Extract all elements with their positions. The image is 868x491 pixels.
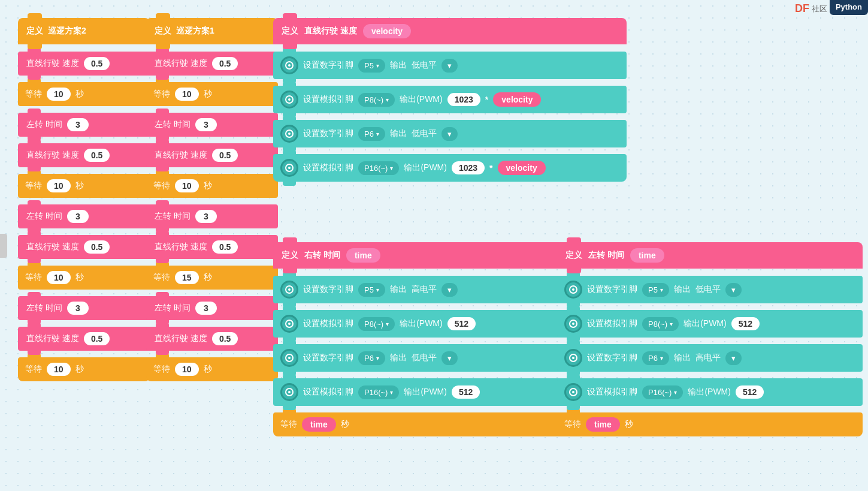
rt-level-low-dropdown[interactable]: ▾ bbox=[441, 351, 458, 365]
action-digital-p5-1: 设置数字引脚 P5▾ 输出 低电平 ▾ bbox=[273, 52, 627, 79]
move-block-2: 直线行驶 速度 0.5 bbox=[18, 143, 150, 167]
value-3-3[interactable]: 3 bbox=[67, 302, 89, 315]
rt-pin-p16-dropdown[interactable]: P16(~)▾ bbox=[358, 385, 399, 399]
motor-icon-4 bbox=[280, 159, 298, 177]
group-left-turn: 定义 左转 时间 time 设置数字引脚 P5▾ 输出 低电平 ▾ 设置模拟引脚… bbox=[557, 242, 863, 436]
header-define-label: 定义 bbox=[26, 26, 43, 37]
header-straight: 定义 直线行驶 速度 velocity bbox=[273, 18, 627, 44]
value-0.5-2[interactable]: 0.5 bbox=[84, 149, 110, 162]
p1-val-10-4[interactable]: 10 bbox=[175, 363, 199, 376]
p1-wait-3: 等待 15 秒 bbox=[146, 266, 278, 290]
p1-val-0.5-1[interactable]: 0.5 bbox=[212, 57, 238, 70]
lt-value-512-2[interactable]: 512 bbox=[736, 385, 764, 399]
lt-motor-icon-1 bbox=[564, 281, 582, 299]
lt-pin-p8-dropdown[interactable]: P8(~)▾ bbox=[642, 317, 679, 331]
value-0.5-3[interactable]: 0.5 bbox=[84, 240, 110, 254]
level-low-2-dropdown[interactable]: ▾ bbox=[441, 127, 458, 141]
move-block-3: 直线行驶 速度 0.5 bbox=[18, 235, 150, 259]
svg-point-11 bbox=[288, 323, 291, 325]
lt-pin-p6-dropdown[interactable]: P6▾ bbox=[642, 351, 669, 365]
value-0.5-1[interactable]: 0.5 bbox=[84, 57, 110, 70]
lt-motor-icon-3 bbox=[564, 349, 582, 367]
move-block-1: 直线行驶 速度 0.5 bbox=[18, 52, 150, 76]
value-1023-1[interactable]: 1023 bbox=[447, 93, 480, 106]
value-0.5-4[interactable]: 0.5 bbox=[84, 332, 110, 345]
brand-community-label: 社区 bbox=[812, 0, 827, 14]
p1-val-10-2[interactable]: 10 bbox=[175, 179, 199, 192]
p1-turn-3: 左转 时间 3 bbox=[146, 296, 278, 320]
value-10-3[interactable]: 10 bbox=[47, 271, 71, 284]
value-10-1[interactable]: 10 bbox=[47, 88, 71, 101]
brand-corner: DF 社区 Python bbox=[795, 0, 868, 15]
group-right-turn: 定义 右转 时间 time 设置数字引脚 P5▾ 输出 高电平 ▾ 设置模拟引脚… bbox=[273, 242, 597, 436]
rt-action-analog-p16: 设置模拟引脚 P16(~)▾ 输出(PWM) 512 bbox=[273, 378, 597, 406]
p1-move-1: 直线行驶 速度 0.5 bbox=[146, 52, 278, 76]
level-low-1-dropdown[interactable]: ▾ bbox=[441, 59, 458, 73]
group-patrol2: 定义 巡逻方案2 直线行驶 速度 0.5 等待 10 秒 左转 时间 3 直线行… bbox=[18, 18, 150, 381]
lt-wait-time: 等待 time 秒 bbox=[557, 412, 863, 436]
rt-value-512-2[interactable]: 512 bbox=[452, 385, 480, 399]
header-patrol2: 定义 巡逻方案2 bbox=[18, 18, 150, 44]
turn-block-1: 左转 时间 3 bbox=[18, 113, 150, 137]
header-patrol2-name: 巡逻方案2 bbox=[48, 26, 86, 37]
rt-time-pill: time bbox=[302, 417, 336, 432]
pin-p6-1-dropdown[interactable]: P6▾ bbox=[358, 127, 385, 141]
pin-p8-1-dropdown[interactable]: P8(~)▾ bbox=[358, 93, 395, 107]
svg-point-3 bbox=[288, 98, 291, 101]
p1-val-10-1[interactable]: 10 bbox=[175, 88, 199, 101]
rt-pin-p6-dropdown[interactable]: P6▾ bbox=[358, 351, 385, 365]
motor-icon-2 bbox=[280, 91, 298, 109]
value-10-4[interactable]: 10 bbox=[47, 363, 71, 376]
param-time-2: time bbox=[630, 248, 664, 263]
header-right-turn: 定义 右转 时间 time bbox=[273, 242, 597, 269]
lt-level-high-dropdown[interactable]: ▾ bbox=[725, 351, 742, 365]
action-digital-p6-1: 设置数字引脚 P6▾ 输出 低电平 ▾ bbox=[273, 120, 627, 147]
header-patrol1: 定义 巡逻方案1 bbox=[146, 18, 278, 44]
p1-val-0.5-4[interactable]: 0.5 bbox=[212, 332, 238, 345]
wait-block-1: 等待 10 秒 bbox=[18, 82, 150, 106]
p1-wait-1: 等待 10 秒 bbox=[146, 82, 278, 106]
rt-action-digital-p6: 设置数字引脚 P6▾ 输出 低电平 ▾ bbox=[273, 344, 597, 372]
svg-point-9 bbox=[288, 288, 291, 291]
lt-motor-icon-4 bbox=[564, 383, 582, 401]
p1-turn-1: 左转 时间 3 bbox=[146, 113, 278, 137]
group-patrol1: 定义 巡逻方案1 直线行驶 速度 0.5 等待 10 秒 左转 时间 3 直线行… bbox=[146, 18, 278, 381]
p1-val-0.5-2[interactable]: 0.5 bbox=[212, 149, 238, 162]
lt-action-digital-p6: 设置数字引脚 P6▾ 输出 高电平 ▾ bbox=[557, 344, 863, 372]
lt-value-512-1[interactable]: 512 bbox=[731, 317, 760, 330]
brand-df-label: DF bbox=[795, 0, 809, 15]
value-1023-2[interactable]: 1023 bbox=[452, 161, 485, 174]
p1-wait-4: 等待 10 秒 bbox=[146, 357, 278, 381]
wait-block-4: 等待 10 秒 bbox=[18, 357, 150, 381]
rt-motor-icon-2 bbox=[280, 315, 298, 333]
lt-action-analog-p8: 设置模拟引脚 P8(~)▾ 输出(PWM) 512 bbox=[557, 310, 863, 338]
rt-level-high-dropdown[interactable]: ▾ bbox=[441, 283, 458, 297]
pin-p5-1-dropdown[interactable]: P5▾ bbox=[358, 59, 385, 73]
svg-point-5 bbox=[288, 132, 291, 135]
p1-val-3-2[interactable]: 3 bbox=[195, 210, 217, 223]
p1-wait-2: 等待 10 秒 bbox=[146, 174, 278, 198]
p1-val-3-3[interactable]: 3 bbox=[195, 302, 217, 315]
rt-pin-p5-dropdown[interactable]: P5▾ bbox=[358, 283, 385, 297]
rt-value-512-1[interactable]: 512 bbox=[447, 317, 476, 330]
action-analog-p8-1: 设置模拟引脚 P8(~)▾ 输出(PWM) 1023 * velocity bbox=[273, 86, 627, 113]
header-define2-label: 定义 bbox=[155, 26, 171, 37]
value-10-2[interactable]: 10 bbox=[47, 179, 71, 192]
lt-level-low-1-dropdown[interactable]: ▾ bbox=[725, 283, 742, 297]
rt-pin-p8-dropdown[interactable]: P8(~)▾ bbox=[358, 317, 395, 331]
value-3-2[interactable]: 3 bbox=[67, 210, 89, 223]
lt-pin-p5-dropdown[interactable]: P5▾ bbox=[642, 283, 669, 297]
lt-pin-p16-dropdown[interactable]: P16(~)▾ bbox=[642, 385, 683, 399]
scroll-handle[interactable] bbox=[0, 234, 7, 258]
group-straight: 定义 直线行驶 速度 velocity 设置数字引脚 P5▾ 输出 低电平 ▾ … bbox=[273, 18, 627, 182]
p1-val-0.5-3[interactable]: 0.5 bbox=[212, 240, 238, 254]
svg-point-21 bbox=[572, 357, 574, 359]
velocity-pill-1: velocity bbox=[493, 92, 541, 107]
p1-val-15[interactable]: 15 bbox=[175, 271, 199, 284]
p1-move-3: 直线行驶 速度 0.5 bbox=[146, 235, 278, 259]
rt-motor-icon-4 bbox=[280, 383, 298, 401]
p1-val-3-1[interactable]: 3 bbox=[195, 118, 217, 131]
value-3-1[interactable]: 3 bbox=[67, 118, 89, 131]
param-time-1: time bbox=[346, 248, 380, 263]
pin-p16-1-dropdown[interactable]: P16(~)▾ bbox=[358, 161, 399, 175]
